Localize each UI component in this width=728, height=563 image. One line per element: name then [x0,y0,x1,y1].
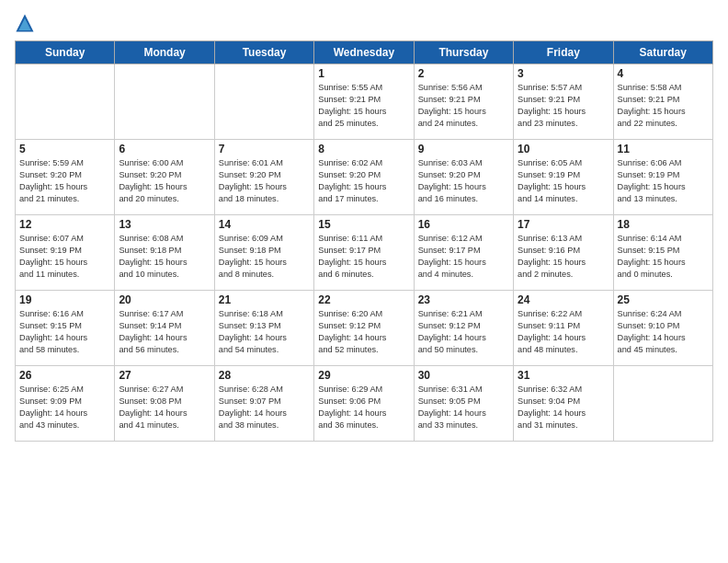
day-number: 27 [119,369,210,382]
day-info: Sunrise: 6:31 AM Sunset: 9:05 PM Dayligh… [418,384,509,431]
header [15,11,713,33]
day-number: 6 [119,143,210,155]
day-cell: 5Sunrise: 5:59 AM Sunset: 9:20 PM Daylig… [16,140,115,215]
week-row-4: 26Sunrise: 6:25 AM Sunset: 9:09 PM Dayli… [16,366,713,442]
day-number: 26 [19,369,110,382]
day-number: 15 [318,218,409,231]
day-number: 3 [518,67,609,80]
page: SundayMondayTuesdayWednesdayThursdayFrid… [0,0,728,563]
day-cell: 12Sunrise: 6:07 AM Sunset: 9:19 PM Dayli… [16,215,115,291]
day-info: Sunrise: 6:00 AM Sunset: 9:20 PM Dayligh… [119,157,210,205]
week-row-3: 19Sunrise: 6:16 AM Sunset: 9:15 PM Dayli… [16,291,713,366]
day-cell: 2Sunrise: 5:56 AM Sunset: 9:21 PM Daylig… [414,64,513,140]
day-info: Sunrise: 6:21 AM Sunset: 9:12 PM Dayligh… [418,308,509,356]
day-info: Sunrise: 6:29 AM Sunset: 9:06 PM Dayligh… [318,384,409,431]
day-cell [214,64,313,140]
day-cell: 7Sunrise: 6:01 AM Sunset: 9:20 PM Daylig… [214,140,313,215]
day-number: 7 [219,143,310,155]
day-cell: 23Sunrise: 6:21 AM Sunset: 9:12 PM Dayli… [414,291,513,366]
day-info: Sunrise: 6:01 AM Sunset: 9:20 PM Dayligh… [219,157,310,205]
day-cell: 15Sunrise: 6:11 AM Sunset: 9:17 PM Dayli… [314,215,414,291]
day-info: Sunrise: 6:20 AM Sunset: 9:12 PM Dayligh… [318,308,409,356]
day-cell: 27Sunrise: 6:27 AM Sunset: 9:08 PM Dayli… [115,366,214,442]
day-cell [16,64,115,140]
day-info: Sunrise: 6:11 AM Sunset: 9:17 PM Dayligh… [318,233,409,281]
day-info: Sunrise: 6:28 AM Sunset: 9:07 PM Dayligh… [219,384,310,431]
day-info: Sunrise: 5:57 AM Sunset: 9:21 PM Dayligh… [518,82,609,130]
day-number: 17 [518,218,609,231]
day-info: Sunrise: 6:09 AM Sunset: 9:18 PM Dayligh… [219,233,310,281]
day-number: 9 [418,143,509,155]
day-cell: 19Sunrise: 6:16 AM Sunset: 9:15 PM Dayli… [16,291,115,366]
day-cell: 31Sunrise: 6:32 AM Sunset: 9:04 PM Dayli… [514,366,613,442]
day-number: 8 [318,143,409,155]
day-number: 20 [119,293,210,306]
day-cell: 22Sunrise: 6:20 AM Sunset: 9:12 PM Dayli… [314,291,414,366]
day-number: 19 [19,293,110,306]
logo-icon [15,13,35,33]
day-cell: 29Sunrise: 6:29 AM Sunset: 9:06 PM Dayli… [314,366,414,442]
day-cell: 11Sunrise: 6:06 AM Sunset: 9:19 PM Dayli… [613,140,712,215]
day-cell: 20Sunrise: 6:17 AM Sunset: 9:14 PM Dayli… [115,291,214,366]
day-cell: 10Sunrise: 6:05 AM Sunset: 9:19 PM Dayli… [514,140,613,215]
day-cell: 3Sunrise: 5:57 AM Sunset: 9:21 PM Daylig… [514,64,613,140]
day-number: 4 [618,67,709,80]
day-info: Sunrise: 6:06 AM Sunset: 9:19 PM Dayligh… [618,157,709,205]
day-info: Sunrise: 6:32 AM Sunset: 9:04 PM Dayligh… [518,384,609,431]
day-cell: 30Sunrise: 6:31 AM Sunset: 9:05 PM Dayli… [414,366,513,442]
day-cell: 18Sunrise: 6:14 AM Sunset: 9:15 PM Dayli… [613,215,712,291]
day-info: Sunrise: 5:56 AM Sunset: 9:21 PM Dayligh… [418,82,509,130]
day-cell: 4Sunrise: 5:58 AM Sunset: 9:21 PM Daylig… [613,64,712,140]
day-info: Sunrise: 6:24 AM Sunset: 9:10 PM Dayligh… [618,308,709,356]
day-cell: 24Sunrise: 6:22 AM Sunset: 9:11 PM Dayli… [514,291,613,366]
day-cell: 26Sunrise: 6:25 AM Sunset: 9:09 PM Dayli… [16,366,115,442]
week-row-1: 5Sunrise: 5:59 AM Sunset: 9:20 PM Daylig… [16,140,713,215]
logo [15,11,37,33]
day-number: 2 [418,67,509,80]
day-cell: 6Sunrise: 6:00 AM Sunset: 9:20 PM Daylig… [115,140,214,215]
day-number: 24 [518,293,609,306]
day-info: Sunrise: 6:07 AM Sunset: 9:19 PM Dayligh… [19,233,110,281]
day-info: Sunrise: 5:59 AM Sunset: 9:20 PM Dayligh… [19,157,110,205]
col-header-monday: Monday [115,41,214,64]
day-info: Sunrise: 6:25 AM Sunset: 9:09 PM Dayligh… [19,384,110,431]
day-number: 13 [119,218,210,231]
day-number: 25 [618,293,709,306]
col-header-wednesday: Wednesday [314,41,414,64]
day-cell: 17Sunrise: 6:13 AM Sunset: 9:16 PM Dayli… [514,215,613,291]
day-number: 1 [318,67,409,80]
day-number: 22 [318,293,409,306]
day-info: Sunrise: 5:55 AM Sunset: 9:21 PM Dayligh… [318,82,409,130]
day-cell: 28Sunrise: 6:28 AM Sunset: 9:07 PM Dayli… [214,366,313,442]
day-cell: 13Sunrise: 6:08 AM Sunset: 9:18 PM Dayli… [115,215,214,291]
calendar-table: SundayMondayTuesdayWednesdayThursdayFrid… [15,40,713,442]
day-cell [613,366,712,442]
day-number: 11 [618,143,709,155]
day-number: 21 [219,293,310,306]
day-number: 18 [618,218,709,231]
calendar-header: SundayMondayTuesdayWednesdayThursdayFrid… [16,41,713,64]
day-number: 28 [219,369,310,382]
week-row-0: 1Sunrise: 5:55 AM Sunset: 9:21 PM Daylig… [16,64,713,140]
col-header-tuesday: Tuesday [214,41,313,64]
day-cell: 8Sunrise: 6:02 AM Sunset: 9:20 PM Daylig… [314,140,414,215]
day-cell: 21Sunrise: 6:18 AM Sunset: 9:13 PM Dayli… [214,291,313,366]
day-number: 14 [219,218,310,231]
day-number: 30 [418,369,509,382]
day-number: 29 [318,369,409,382]
day-info: Sunrise: 6:13 AM Sunset: 9:16 PM Dayligh… [518,233,609,281]
day-info: Sunrise: 6:05 AM Sunset: 9:19 PM Dayligh… [518,157,609,205]
day-info: Sunrise: 5:58 AM Sunset: 9:21 PM Dayligh… [618,82,709,130]
day-number: 31 [518,369,609,382]
day-info: Sunrise: 6:03 AM Sunset: 9:20 PM Dayligh… [418,157,509,205]
col-header-thursday: Thursday [414,41,513,64]
day-number: 16 [418,218,509,231]
day-number: 23 [418,293,509,306]
week-row-2: 12Sunrise: 6:07 AM Sunset: 9:19 PM Dayli… [16,215,713,291]
day-info: Sunrise: 6:18 AM Sunset: 9:13 PM Dayligh… [219,308,310,356]
col-header-saturday: Saturday [613,41,712,64]
day-cell [115,64,214,140]
day-info: Sunrise: 6:17 AM Sunset: 9:14 PM Dayligh… [119,308,210,356]
day-cell: 14Sunrise: 6:09 AM Sunset: 9:18 PM Dayli… [214,215,313,291]
day-number: 10 [518,143,609,155]
